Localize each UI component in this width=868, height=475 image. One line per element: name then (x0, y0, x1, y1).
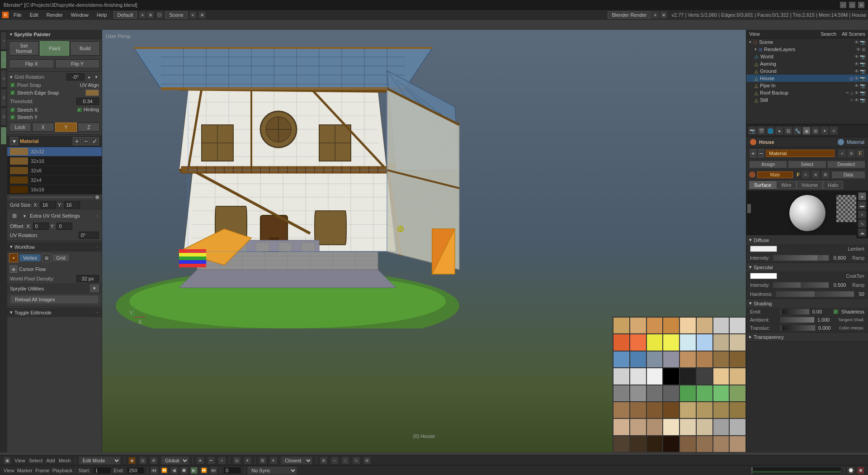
outliner-awning[interactable]: △ Awning 👁 📷 (746, 60, 868, 67)
tile-cell[interactable] (646, 334, 663, 351)
prop-icon-world[interactable]: 🌐 (766, 127, 774, 135)
tile-cell[interactable] (646, 385, 663, 402)
tile-cell[interactable] (663, 368, 679, 385)
awning-camera-icon[interactable]: 📷 (860, 62, 865, 66)
paint-icon[interactable]: ✦ (9, 253, 18, 262)
offset-y-input[interactable] (57, 223, 72, 230)
play-rev-icon[interactable]: ◀ (170, 467, 178, 474)
sprytile-icon[interactable]: S (0, 127, 7, 145)
outliner-house[interactable]: △ House ◎ 👁 📷 (746, 75, 868, 82)
material-add-button[interactable]: + (73, 137, 81, 145)
material-name-input[interactable] (766, 150, 835, 157)
deselect-button[interactable]: Deselect (827, 161, 865, 168)
tile-cell[interactable] (646, 402, 663, 418)
prop-icon-object[interactable]: ● (775, 127, 783, 135)
add-renderer-icon[interactable]: + (652, 11, 659, 19)
remove-scene-icon[interactable]: ✕ (198, 11, 206, 19)
volume-tab[interactable]: Volume (797, 181, 823, 189)
material-remove-button[interactable]: − (82, 137, 90, 145)
scene-icon[interactable]: ⬡ (156, 11, 163, 19)
tile-cell[interactable] (696, 436, 713, 452)
material-item-2[interactable]: 32x8 (7, 166, 102, 176)
tile-cell[interactable] (696, 317, 713, 334)
tool1-icon[interactable]: ↔ (331, 457, 338, 464)
tile-cell[interactable] (663, 334, 679, 351)
toggle-editmode-row[interactable]: ▾ Toggle Editmode ··· (7, 308, 102, 317)
start-frame-input[interactable] (93, 467, 111, 474)
house-eye-icon[interactable]: 👁 (854, 76, 859, 81)
edit-mode-select[interactable]: Edit Mode Object Mode (79, 456, 121, 465)
viewport-mode-icon[interactable]: ▣ (4, 457, 11, 464)
tile-cell[interactable] (613, 317, 630, 334)
tile-cell[interactable] (713, 418, 730, 435)
world-eye-icon[interactable]: 👁 (854, 54, 859, 59)
tile-cell[interactable] (679, 351, 696, 368)
face-mode-icon[interactable]: ▪ (218, 457, 226, 464)
tile-cell[interactable] (679, 436, 696, 452)
uv-rotation-input[interactable] (79, 232, 99, 239)
material-item-0[interactable]: 32x32 (7, 147, 102, 157)
tile-cell[interactable] (713, 385, 730, 402)
prop-icon-physics[interactable]: ⚛ (830, 127, 838, 135)
tile-cell[interactable] (630, 317, 646, 334)
tile-cell[interactable] (713, 317, 730, 334)
paint-button[interactable]: Paint (40, 41, 70, 56)
snap-select[interactable]: Closest Center (281, 456, 312, 465)
diffuse-intensity-slider[interactable] (773, 255, 829, 261)
grid-size-y-input[interactable] (64, 201, 80, 209)
threshold-input[interactable] (76, 98, 99, 105)
tool3-icon[interactable]: ⤡ (353, 457, 360, 464)
preview-slider-handle[interactable] (747, 204, 751, 213)
viewport-shade-icon[interactable]: ◉ (128, 457, 136, 464)
shading-icon[interactable]: S (0, 70, 7, 88)
mat-add-icon[interactable]: + (802, 171, 810, 179)
shadeless-checkbox[interactable] (833, 309, 839, 314)
tile-cell[interactable] (713, 368, 730, 385)
surface-tab[interactable]: Surface (749, 181, 776, 189)
sync-select[interactable]: No Sync Frame Dropping (247, 466, 297, 475)
lock-button[interactable]: Lock (9, 123, 31, 132)
tile-cell[interactable] (713, 334, 730, 351)
prop-icon-modifiers[interactable]: 🔧 (793, 127, 802, 135)
hardness-slider[interactable] (775, 291, 854, 297)
tile-cell[interactable] (613, 351, 630, 368)
tile-cell[interactable] (646, 436, 663, 452)
pipe-camera-icon[interactable]: 📷 (860, 83, 865, 88)
add-screen-icon[interactable]: + (139, 11, 146, 19)
timeline-view-label[interactable]: View (4, 468, 14, 473)
tile-cell[interactable] (663, 385, 679, 402)
sprytile-painter-header[interactable]: ▾ Sprytile Painter (7, 30, 102, 39)
grid-toggle-icon[interactable]: ▾ (21, 211, 28, 220)
pivot-icon[interactable]: ⊕ (150, 457, 157, 464)
grid-mode-icon[interactable]: ⊞ (42, 253, 51, 262)
tile-cell[interactable] (729, 385, 746, 402)
reload-images-button[interactable]: Reload All Images (10, 295, 99, 304)
tile-cell[interactable] (646, 418, 663, 435)
material-f-icon[interactable]: F (856, 149, 864, 157)
tile-cell[interactable] (646, 351, 663, 368)
grease-pencil-icon[interactable]: G (0, 108, 7, 126)
preview-sky-icon[interactable]: ☁ (858, 228, 866, 237)
shading-header[interactable]: ▾ Shading (746, 299, 868, 308)
tile-cell[interactable] (729, 351, 746, 368)
global-select[interactable]: Global Local (161, 456, 189, 465)
vert-mode-icon[interactable]: ● (197, 457, 204, 464)
cursor-flow-icon[interactable]: ⊕ (10, 266, 17, 273)
tile-cell[interactable] (663, 418, 679, 435)
jump-start-icon[interactable]: ⏮ (151, 467, 158, 474)
tile-cell[interactable] (696, 334, 713, 351)
house-camera-icon[interactable]: 📷 (860, 76, 865, 81)
world-camera-icon[interactable]: 📷 (860, 54, 865, 59)
jump-end-icon[interactable]: ⏭ (210, 467, 217, 474)
outliner-still[interactable]: △ Still ∿ 👁 📷 (746, 96, 868, 104)
cursor-icon[interactable]: ⊕ (363, 457, 371, 464)
tile-cell[interactable] (663, 351, 679, 368)
close-button[interactable]: ✕ (858, 2, 864, 8)
add-scene-icon[interactable]: + (189, 11, 197, 19)
tile-cell[interactable] (630, 334, 646, 351)
data-button[interactable]: Data (831, 171, 865, 179)
mat-x-icon[interactable]: ✕ (811, 171, 820, 179)
tile-cell[interactable] (729, 418, 746, 435)
tile-cell[interactable] (696, 351, 713, 368)
outliner-pipe[interactable]: △ Pipe In 👁 📷 (746, 82, 868, 89)
